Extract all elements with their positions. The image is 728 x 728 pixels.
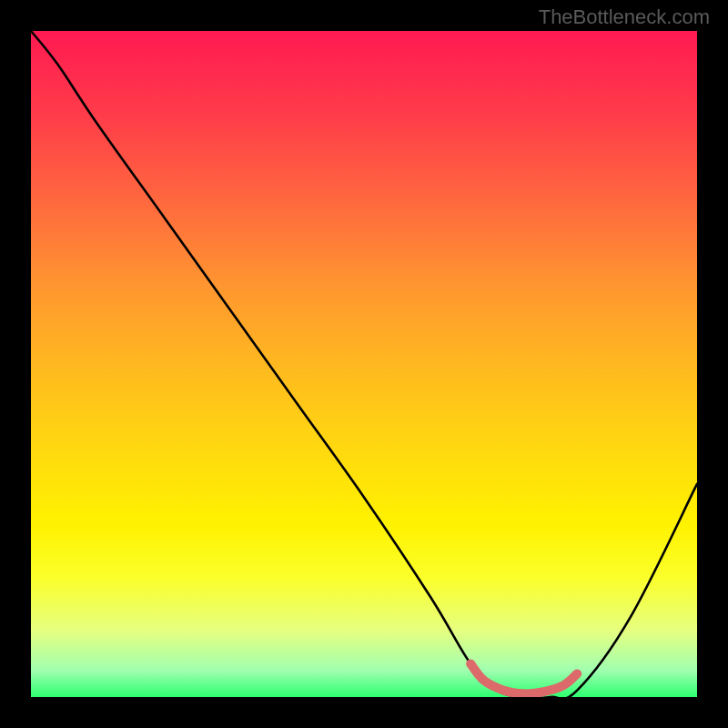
chart-container: TheBottleneck.com <box>0 0 728 728</box>
curve-overlay <box>31 31 697 697</box>
min-marker-path <box>470 663 577 693</box>
plot-area <box>31 31 697 697</box>
attribution-text: TheBottleneck.com <box>539 5 710 29</box>
bottleneck-curve-path <box>31 31 697 697</box>
